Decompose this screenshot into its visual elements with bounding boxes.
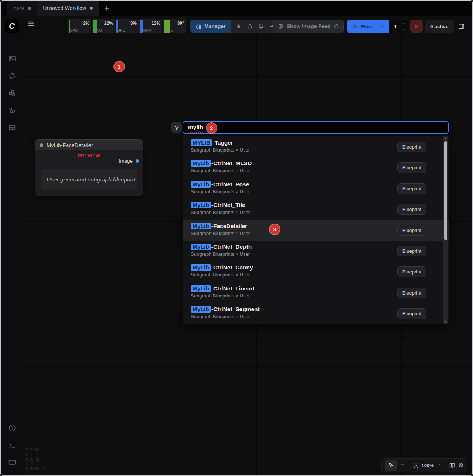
link-off-icon bbox=[458, 462, 464, 469]
run-button[interactable]: Run bbox=[347, 20, 376, 33]
pointer-tool-button[interactable] bbox=[385, 460, 397, 471]
tab-unsaved-workflow[interactable]: Unsaved Workflow bbox=[37, 1, 98, 16]
match-highlight: MyLib bbox=[191, 244, 211, 250]
blueprint-badge: Blueprint bbox=[397, 162, 426, 173]
match-highlight: MyLib bbox=[191, 223, 211, 229]
app-window: base Unsaved Workflow C bbox=[0, 0, 473, 476]
notifications-button[interactable] bbox=[255, 21, 266, 31]
main-menu-button[interactable] bbox=[27, 20, 35, 27]
match-highlight: MyLib bbox=[191, 264, 211, 271]
blueprint-badge: Blueprint bbox=[397, 246, 426, 256]
node-output-image[interactable]: image bbox=[119, 158, 139, 164]
result-name: -CtrlNet_Segment bbox=[211, 306, 260, 313]
node-collapse-dot-icon[interactable] bbox=[40, 143, 43, 147]
result-name: -CtrlNet_Pose bbox=[211, 181, 249, 188]
node-search-input[interactable]: mylib bbox=[183, 121, 449, 134]
monitor-value: 13% bbox=[152, 21, 160, 26]
results-scrollbar[interactable]: ▲ ▼ bbox=[443, 136, 448, 324]
sync-icon bbox=[8, 72, 16, 80]
sidebar-item-queue[interactable] bbox=[8, 55, 16, 63]
fit-view-button[interactable] bbox=[413, 462, 419, 469]
sidebar-item-model-library[interactable] bbox=[8, 89, 16, 97]
monitor-label: GPU bbox=[117, 28, 125, 33]
tool-options-button[interactable] bbox=[400, 462, 405, 469]
chevron-up-icon bbox=[402, 22, 405, 25]
search-result-item[interactable]: MyLib-CtrlNet_Depth Subgraph Blueprints … bbox=[183, 241, 449, 261]
scrollbar-thumb[interactable] bbox=[444, 141, 447, 240]
graph-nodes-icon bbox=[8, 106, 16, 115]
minimap-button[interactable] bbox=[449, 462, 455, 469]
toggle-right-panel-button[interactable] bbox=[455, 20, 467, 32]
filter-funnel-icon bbox=[174, 125, 180, 130]
node-mylib-facedetailer[interactable]: MyLib-FaceDetailer PREVIEW image User ge… bbox=[35, 139, 143, 196]
cancel-run-button[interactable] bbox=[410, 20, 423, 33]
increment-button[interactable] bbox=[401, 21, 406, 25]
feed-active-icon bbox=[334, 24, 339, 29]
search-result-item[interactable]: MyLib-CtrlNet_MLSD Subgraph Blueprints >… bbox=[183, 157, 449, 178]
sidebar-item-templates[interactable] bbox=[8, 123, 16, 132]
run-options-button[interactable] bbox=[376, 20, 389, 33]
panel-layout-icon bbox=[458, 23, 465, 30]
cursor-icon bbox=[388, 462, 394, 468]
output-slot-icon[interactable] bbox=[136, 159, 139, 163]
manager-button[interactable]: Manager bbox=[190, 20, 231, 33]
toolbar-drag-handle[interactable] bbox=[340, 23, 345, 30]
system-monitor: temp 30° bbox=[163, 19, 186, 33]
zoom-level[interactable]: 100% bbox=[422, 463, 434, 468]
decrement-button[interactable] bbox=[401, 28, 406, 31]
grip-dots-icon bbox=[340, 23, 345, 30]
sidebar-item-workflows[interactable] bbox=[8, 106, 16, 115]
sidebar-item-shortcuts[interactable] bbox=[8, 458, 16, 466]
new-workflow-button[interactable] bbox=[99, 1, 115, 16]
image-gallery-icon bbox=[8, 55, 16, 63]
result-name: -Tagger bbox=[212, 139, 233, 146]
favorites-button[interactable] bbox=[233, 21, 244, 31]
system-monitor: CPU 2% bbox=[68, 19, 91, 33]
tab-label: Unsaved Workflow bbox=[43, 5, 86, 11]
unsaved-dot-icon bbox=[90, 7, 93, 10]
sidebar-item-help[interactable] bbox=[8, 424, 16, 432]
image-feed-icon bbox=[278, 24, 283, 29]
result-name: -CtrlNet_Canny bbox=[211, 264, 253, 271]
tab-base[interactable]: base bbox=[7, 1, 37, 16]
map-icon bbox=[449, 462, 455, 469]
search-results-list: MYLIB-Tagger Subgraph Blueprints > User … bbox=[183, 136, 449, 324]
active-jobs-badge[interactable]: 0 active bbox=[425, 20, 454, 33]
batch-count-value: 1 bbox=[394, 23, 397, 30]
search-result-item[interactable]: MYLIB-Tagger Subgraph Blueprints > User … bbox=[183, 136, 449, 157]
search-result-item[interactable]: MyLib-CtrlNet_Segment Subgraph Blueprint… bbox=[183, 303, 449, 324]
puzzle-icon bbox=[195, 23, 201, 29]
match-highlight: MYLIB bbox=[191, 139, 212, 146]
system-monitors: CPU 2% RAM 22% GPU 3% VRAM 13% temp 30° bbox=[68, 19, 186, 33]
monitor-value: 3% bbox=[130, 21, 137, 26]
lock-button[interactable] bbox=[244, 21, 255, 31]
terminal-icon bbox=[8, 441, 16, 449]
workflow-tab-bar: base Unsaved Workflow bbox=[1, 1, 472, 16]
sidebar-item-node-library[interactable] bbox=[8, 72, 16, 80]
node-description: User generated subgraph blueprint bbox=[41, 169, 137, 190]
annotation-badge-3: 3 bbox=[270, 224, 280, 234]
run-label: Run bbox=[361, 23, 372, 30]
monitor-value: 22% bbox=[104, 21, 113, 26]
blueprint-badge: Blueprint bbox=[397, 308, 426, 319]
chevron-down-icon bbox=[402, 28, 405, 31]
monitor-label: VRAM bbox=[141, 28, 152, 33]
search-result-item[interactable]: MyLib-CtrlNet_Lineart Subgraph Blueprint… bbox=[183, 282, 449, 303]
toggle-links-button[interactable] bbox=[458, 462, 464, 469]
monitor-label: temp bbox=[164, 28, 173, 33]
search-result-item[interactable]: MyLib-CtrlNet_Tile Subgraph Blueprints >… bbox=[183, 199, 449, 220]
node-title-bar[interactable]: MyLib-FaceDetailer bbox=[35, 140, 143, 150]
zoom-options-button[interactable] bbox=[436, 462, 441, 469]
search-filter-button[interactable] bbox=[171, 122, 182, 133]
batch-count-input[interactable]: 1 bbox=[389, 20, 408, 33]
scroll-down-icon[interactable]: ▼ bbox=[443, 320, 448, 324]
search-result-item[interactable]: MyLib-FaceDetailer Subgraph Blueprints >… bbox=[183, 220, 449, 241]
blocks-icon bbox=[8, 89, 16, 97]
search-result-item[interactable]: MyLib-CtrlNet_Canny Subgraph Blueprints … bbox=[183, 261, 449, 282]
comfyui-logo[interactable]: C bbox=[5, 19, 19, 33]
sidebar-item-terminal[interactable] bbox=[8, 441, 16, 449]
scroll-up-icon[interactable]: ▲ bbox=[443, 136, 448, 141]
search-result-item[interactable]: MyLib-CtrlNet_Pose Subgraph Blueprints >… bbox=[183, 178, 449, 199]
show-image-feed-button[interactable]: Show Image Feed bbox=[273, 20, 344, 33]
result-name: -FaceDetailer bbox=[211, 223, 247, 229]
